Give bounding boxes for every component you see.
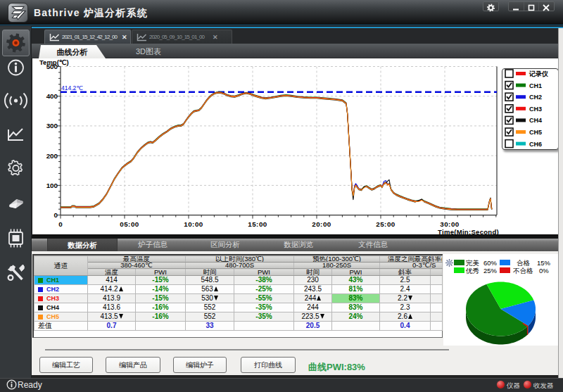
svg-text:记录仪: 记录仪 — [529, 70, 549, 77]
svg-text:0: 0 — [58, 220, 63, 228]
svg-text:10:00: 10:00 — [184, 220, 203, 228]
svg-text:100: 100 — [46, 182, 58, 189]
svg-text:CH4: CH4 — [529, 117, 542, 124]
svg-text:25:00: 25:00 — [376, 220, 396, 228]
svg-text:CH3: CH3 — [529, 106, 542, 113]
svg-text:CH5: CH5 — [529, 129, 542, 136]
svg-text:CH2: CH2 — [529, 94, 542, 101]
svg-text:200: 200 — [46, 152, 58, 160]
svg-text:414.2℃: 414.2℃ — [61, 84, 83, 91]
svg-text:0: 0 — [54, 211, 58, 219]
svg-text:CH1: CH1 — [529, 82, 542, 89]
svg-text:30:00: 30:00 — [440, 220, 460, 228]
svg-text:15:00: 15:00 — [248, 220, 267, 228]
svg-text:400: 400 — [46, 92, 58, 100]
svg-text:05:00: 05:00 — [120, 220, 139, 228]
svg-text:300: 300 — [46, 122, 58, 129]
svg-text:Temp(℃): Temp(℃) — [39, 58, 69, 66]
svg-text:CH6: CH6 — [529, 141, 542, 148]
svg-text:Time(Min:Second): Time(Min:Second) — [438, 228, 499, 236]
svg-text:20:00: 20:00 — [312, 220, 331, 228]
